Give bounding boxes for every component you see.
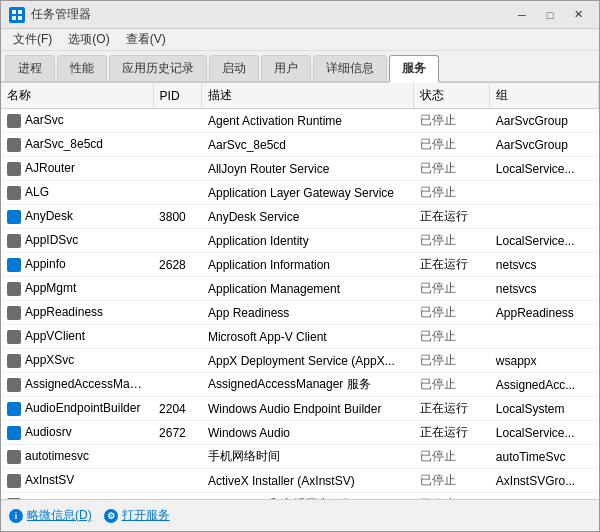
col-header-pid[interactable]: PID xyxy=(153,83,202,109)
service-group: autoTimeSvc xyxy=(490,445,599,469)
table-row[interactable]: AppIDSvcApplication Identity已停止LocalServ… xyxy=(1,229,599,253)
service-desc: Agent Activation Runtime xyxy=(202,109,414,133)
menu-view[interactable]: 查看(V) xyxy=(118,29,174,50)
service-status: 已停止 xyxy=(414,469,490,493)
window-controls: ─ □ ✕ xyxy=(509,6,591,24)
tab-services[interactable]: 服务 xyxy=(389,55,439,83)
tab-performance[interactable]: 性能 xyxy=(57,55,107,81)
service-icon xyxy=(7,138,21,152)
service-pid xyxy=(153,277,202,301)
service-status: 已停止 xyxy=(414,133,490,157)
table-row[interactable]: AxInstSVActiveX Installer (AxInstSV)已停止A… xyxy=(1,469,599,493)
service-status: 正在运行 xyxy=(414,397,490,421)
table-row[interactable]: AarSvcAgent Activation Runtime已停止AarSvcG… xyxy=(1,109,599,133)
services-table-container[interactable]: 名称 PID 描述 状态 组 AarSvcAgent Activation Ru… xyxy=(1,83,599,499)
table-row[interactable]: AarSvc_8e5cdAarSvc_8e5cd已停止AarSvcGroup xyxy=(1,133,599,157)
service-pid xyxy=(153,181,202,205)
table-row[interactable]: AppVClientMicrosoft App-V Client已停止 xyxy=(1,325,599,349)
bottom-bar: i 略微信息(D) ⚙ 打开服务 xyxy=(1,499,599,531)
service-status: 已停止 xyxy=(414,373,490,397)
col-header-name[interactable]: 名称 xyxy=(1,83,153,109)
service-status: 已停止 xyxy=(414,181,490,205)
service-icon xyxy=(7,258,21,272)
service-name: AppMgmt xyxy=(1,277,153,301)
service-pid xyxy=(153,325,202,349)
tab-users[interactable]: 用户 xyxy=(261,55,311,81)
service-status: 已停止 xyxy=(414,229,490,253)
service-icon xyxy=(7,330,21,344)
service-name: AarSvc_8e5cd xyxy=(1,133,153,157)
tab-startup[interactable]: 启动 xyxy=(209,55,259,81)
col-header-desc[interactable]: 描述 xyxy=(202,83,414,109)
service-group: LocalService... xyxy=(490,157,599,181)
maximize-button[interactable]: □ xyxy=(537,6,563,24)
table-row[interactable]: AssignedAccessManager...AssignedAccessMa… xyxy=(1,373,599,397)
service-desc: AppX Deployment Service (AppX... xyxy=(202,349,414,373)
service-icon xyxy=(7,354,21,368)
service-group: AarSvcGroup xyxy=(490,133,599,157)
service-status: 正在运行 xyxy=(414,205,490,229)
svg-rect-2 xyxy=(12,16,16,20)
service-desc: AssignedAccessManager 服务 xyxy=(202,373,414,397)
service-group: LocalSystem xyxy=(490,397,599,421)
service-pid xyxy=(153,133,202,157)
service-name: Audiosrv xyxy=(1,421,153,445)
title-bar: 任务管理器 ─ □ ✕ xyxy=(1,1,599,29)
table-row[interactable]: AudioEndpointBuilder2204Windows Audio En… xyxy=(1,397,599,421)
service-desc: Windows Audio xyxy=(202,421,414,445)
table-row[interactable]: AJRouterAllJoyn Router Service已停止LocalSe… xyxy=(1,157,599,181)
service-name: AudioEndpointBuilder xyxy=(1,397,153,421)
service-icon xyxy=(7,210,21,224)
service-desc: 手机网络时间 xyxy=(202,445,414,469)
service-status: 已停止 xyxy=(414,325,490,349)
open-services-label[interactable]: 打开服务 xyxy=(122,507,170,524)
service-pid: 3800 xyxy=(153,205,202,229)
service-desc: Windows Audio Endpoint Builder xyxy=(202,397,414,421)
menu-file[interactable]: 文件(F) xyxy=(5,29,60,50)
service-pid xyxy=(153,445,202,469)
service-icon xyxy=(7,378,21,392)
hint-label[interactable]: 略微信息(D) xyxy=(27,507,92,524)
table-row[interactable]: AnyDesk3800AnyDesk Service正在运行 xyxy=(1,205,599,229)
hint-link[interactable]: i 略微信息(D) xyxy=(9,507,92,524)
service-group: AxInstSVGro... xyxy=(490,469,599,493)
service-status: 已停止 xyxy=(414,445,490,469)
task-manager-window: 任务管理器 ─ □ ✕ 文件(F) 选项(O) 查看(V) 进程 性能 应用历史… xyxy=(0,0,600,532)
services-table: 名称 PID 描述 状态 组 AarSvcAgent Activation Ru… xyxy=(1,83,599,499)
service-desc: AarSvc_8e5cd xyxy=(202,133,414,157)
service-pid: 2204 xyxy=(153,397,202,421)
service-pid xyxy=(153,301,202,325)
open-services-link[interactable]: ⚙ 打开服务 xyxy=(104,507,170,524)
service-status: 正在运行 xyxy=(414,421,490,445)
tab-details[interactable]: 详细信息 xyxy=(313,55,387,81)
close-button[interactable]: ✕ xyxy=(565,6,591,24)
table-row[interactable]: AppReadinessApp Readiness已停止AppReadiness xyxy=(1,301,599,325)
service-group xyxy=(490,181,599,205)
service-pid xyxy=(153,157,202,181)
service-pid: 2628 xyxy=(153,253,202,277)
service-group: AssignedAcc... xyxy=(490,373,599,397)
service-pid xyxy=(153,349,202,373)
table-row[interactable]: ALGApplication Layer Gateway Service已停止 xyxy=(1,181,599,205)
service-icon xyxy=(7,306,21,320)
table-row[interactable]: AppMgmtApplication Management已停止netsvcs xyxy=(1,277,599,301)
minimize-button[interactable]: ─ xyxy=(509,6,535,24)
services-icon: ⚙ xyxy=(104,509,118,523)
tab-app-history[interactable]: 应用历史记录 xyxy=(109,55,207,81)
table-row[interactable]: autotimesvc手机网络时间已停止autoTimeSvc xyxy=(1,445,599,469)
service-icon xyxy=(7,282,21,296)
service-desc: Microsoft App-V Client xyxy=(202,325,414,349)
tab-bar: 进程 性能 应用历史记录 启动 用户 详细信息 服务 xyxy=(1,51,599,83)
menu-options[interactable]: 选项(O) xyxy=(60,29,117,50)
service-icon xyxy=(7,186,21,200)
tab-process[interactable]: 进程 xyxy=(5,55,55,81)
svg-rect-0 xyxy=(12,10,16,14)
col-header-status[interactable]: 状态 xyxy=(414,83,490,109)
service-name: AppReadiness xyxy=(1,301,153,325)
service-group: LocalService... xyxy=(490,421,599,445)
hint-icon: i xyxy=(9,509,23,523)
col-header-group[interactable]: 组 xyxy=(490,83,599,109)
table-row[interactable]: Audiosrv2672Windows Audio正在运行LocalServic… xyxy=(1,421,599,445)
table-row[interactable]: AppXSvcAppX Deployment Service (AppX...已… xyxy=(1,349,599,373)
table-row[interactable]: Appinfo2628Application Information正在运行ne… xyxy=(1,253,599,277)
